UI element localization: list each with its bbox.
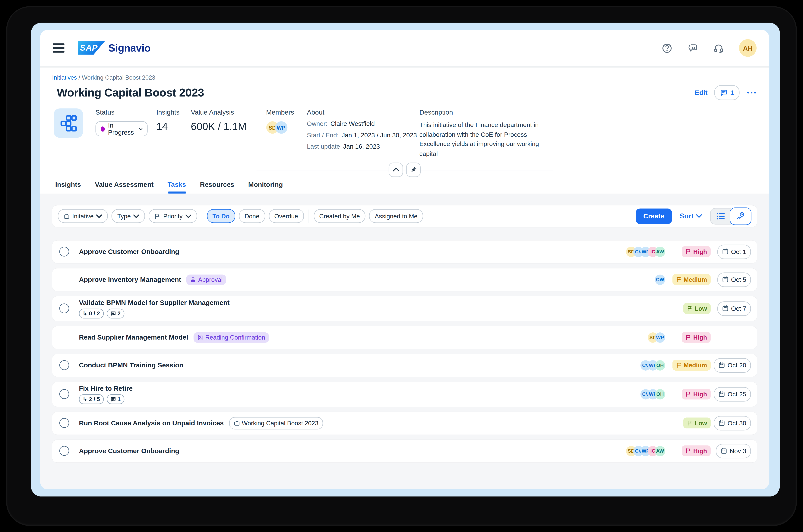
chevron-up-icon <box>393 166 399 173</box>
user-avatar[interactable]: AH <box>739 39 757 57</box>
due-date-cell: Oct 5 <box>720 272 751 287</box>
breadcrumb-initiatives-link[interactable]: Initiatives <box>52 74 77 80</box>
filter-created-by-me[interactable]: Created by Me <box>313 209 365 223</box>
help-icon[interactable] <box>662 42 672 53</box>
stage: SAP Signavio AH Initiatives / <box>0 0 803 532</box>
flag-icon <box>676 362 682 368</box>
tab-resources[interactable]: Resources <box>200 177 234 193</box>
feedback-icon[interactable] <box>687 42 698 53</box>
update-value: Jan 16, 2023 <box>343 143 380 150</box>
owner-value: Claire Westfield <box>330 120 375 127</box>
performance-clock-icon <box>736 211 745 221</box>
tab-value-assessment[interactable]: Value Assessment <box>95 177 153 193</box>
tab-insights[interactable]: Insights <box>55 177 81 193</box>
collapse-button[interactable] <box>389 163 403 177</box>
task-radio-column <box>59 418 79 428</box>
tab-tasks[interactable]: Tasks <box>167 177 186 193</box>
assignee-avatars: SDWP <box>648 332 665 343</box>
chevron-down-icon <box>139 127 142 130</box>
more-actions-icon[interactable] <box>746 90 757 96</box>
priority-badge: Low <box>683 418 711 429</box>
task-row-right: LowOct 30 <box>665 416 751 431</box>
dates-label: Start / End: <box>307 132 339 139</box>
task-row[interactable]: Validate BPMN Model for Supplier Managem… <box>52 296 757 321</box>
task-complete-radio[interactable] <box>59 418 69 428</box>
overview-row: Status In Progress Insights 14 Value Ana… <box>52 108 757 159</box>
filter-divider <box>308 209 309 223</box>
status-value: In Progress <box>108 121 135 136</box>
task-row[interactable]: Conduct BPMN Training SessionCVWPOHMediu… <box>52 354 757 377</box>
task-row[interactable]: Read Supplier Management ModelReading Co… <box>52 326 757 349</box>
comment-count-chip: 1 <box>107 394 124 404</box>
breadcrumb-current: Working Capital Boost 2023 <box>82 74 155 80</box>
value-analysis-label: Value Analysis <box>191 108 247 116</box>
priority-cell: High <box>677 389 711 400</box>
priority-cell: Medium <box>677 360 711 371</box>
task-row[interactable]: Run Root Cause Analysis on Unpaid Invoic… <box>52 412 757 435</box>
task-complete-radio[interactable] <box>59 247 69 256</box>
task-title: Approve Customer Onboarding <box>79 447 179 455</box>
create-button[interactable]: Create <box>636 208 672 224</box>
filter-priority[interactable]: Priority <box>149 209 197 223</box>
task-row[interactable]: Approve Customer OnboardingSDCVWPICAWHig… <box>52 241 757 263</box>
title-actions: Edit 1 <box>695 85 757 100</box>
status-dot <box>101 126 105 131</box>
pin-button[interactable] <box>406 163 421 177</box>
tab-bar: Insights Value Assessment Tasks Resource… <box>55 177 757 193</box>
status-select[interactable]: In Progress <box>96 121 148 136</box>
filter-overdue[interactable]: Overdue <box>269 209 304 223</box>
priority-cell: Low <box>677 303 711 314</box>
filter-done[interactable]: Done <box>239 209 265 223</box>
task-row-right: CVWPOHMediumOct 20 <box>641 358 751 373</box>
support-headset-icon[interactable] <box>713 42 724 53</box>
task-row[interactable]: Approve Customer OnboardingSDCVWPICAWHig… <box>52 440 757 462</box>
task-radio-column <box>59 446 79 456</box>
page-title: Working Capital Boost 2023 <box>57 86 204 99</box>
comment-count-chip: 2 <box>107 308 124 318</box>
edit-button[interactable]: Edit <box>695 89 707 96</box>
task-row[interactable]: Fix Hire to Retire↳2 / 51CVWPOHHighOct 2… <box>52 382 757 407</box>
task-main: Approve Customer Onboarding <box>79 248 179 256</box>
update-label: Last update <box>307 143 340 150</box>
task-complete-radio[interactable] <box>59 360 69 370</box>
sap-logo-text: SAP <box>78 43 98 53</box>
tag-label: Approval <box>198 276 223 283</box>
tasks-panel: Initative Type Priority To Do Done Overd… <box>40 193 769 489</box>
sap-signavio-logo[interactable]: SAP Signavio <box>78 41 151 55</box>
insights-value: 14 <box>156 121 179 133</box>
comment-icon <box>110 396 116 402</box>
due-date-cell: Oct 25 <box>720 387 751 401</box>
calendar-icon <box>722 305 728 312</box>
task-row[interactable]: Approve Inventory ManagementApprovalCWMe… <box>52 268 757 291</box>
task-complete-radio[interactable] <box>59 446 69 456</box>
comments-button[interactable]: 1 <box>714 85 740 100</box>
insights-label: Insights <box>156 108 179 116</box>
calendar-icon <box>722 248 728 255</box>
task-complete-radio[interactable] <box>59 304 69 314</box>
task-title: Approve Customer Onboarding <box>79 248 179 256</box>
sap-logo-shape: SAP <box>78 41 105 55</box>
tab-monitoring[interactable]: Monitoring <box>248 177 283 193</box>
flag-icon <box>685 249 691 254</box>
filter-assigned-to-me[interactable]: Assigned to Me <box>369 209 423 223</box>
priority-cell: Medium <box>677 274 711 285</box>
due-date-cell: Oct 1 <box>720 245 751 259</box>
task-complete-radio[interactable] <box>59 389 69 399</box>
calendar-icon <box>718 391 725 398</box>
task-radio-column <box>59 304 79 314</box>
description-text: This initiative of the Finance departmen… <box>419 120 545 159</box>
menu-icon[interactable] <box>53 43 64 53</box>
timeline-view-button[interactable] <box>730 207 751 225</box>
list-view-button[interactable] <box>710 208 731 224</box>
assignee-avatar: OH <box>655 360 665 370</box>
breadcrumb-separator: / <box>78 74 82 80</box>
filter-initiative[interactable]: Initative <box>58 209 108 223</box>
flag-icon <box>676 277 682 282</box>
breadcrumb: Initiatives / Working Capital Boost 2023 <box>52 74 757 80</box>
priority-cell: High <box>677 246 711 257</box>
view-toggle <box>710 207 751 225</box>
sort-button[interactable]: Sort <box>680 212 702 220</box>
task-row-right: SDCVWPICAWHighOct 1 <box>626 245 751 259</box>
filter-todo[interactable]: To Do <box>207 209 235 223</box>
filter-type[interactable]: Type <box>112 209 145 223</box>
